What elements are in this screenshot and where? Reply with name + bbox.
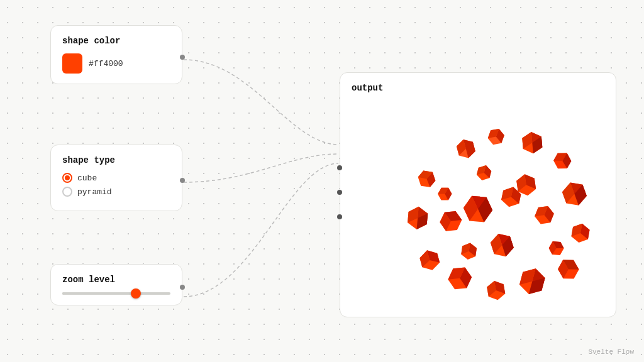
output-title: output [352, 83, 604, 93]
output-input-dot-3 [337, 214, 342, 219]
radio-cube-label: cube [77, 173, 97, 183]
shape-type-node: shape type cube pyramid [50, 145, 182, 211]
color-row: #ff4000 [62, 53, 170, 74]
color-swatch[interactable] [62, 53, 82, 74]
zoom-level-title: zoom level [62, 275, 170, 285]
radio-pyramid-circle [62, 187, 72, 197]
zoom-slider-thumb[interactable] [131, 288, 141, 299]
output-input-dot-2 [337, 190, 342, 195]
output-canvas [352, 101, 604, 305]
color-node-output-dot [180, 55, 185, 60]
shape-color-node: shape color #ff4000 [50, 25, 182, 84]
radio-cube-circle [62, 173, 72, 183]
color-hex-value: #ff4000 [89, 59, 123, 69]
zoom-level-node: zoom level [50, 264, 182, 305]
branding-label: Svelte Flow [588, 348, 634, 356]
radio-pyramid-label: pyramid [77, 187, 112, 197]
shape-type-title: shape type [62, 155, 170, 165]
radio-cube[interactable]: cube [62, 173, 170, 183]
zoom-slider-track[interactable] [62, 292, 170, 295]
zoom-node-output-dot [180, 285, 185, 290]
shape-color-title: shape color [62, 36, 170, 46]
type-node-output-dot [180, 178, 185, 183]
output-node: output [340, 72, 616, 317]
output-input-dot-1 [337, 165, 342, 170]
cubes-svg [352, 101, 604, 305]
zoom-slider-fill [62, 292, 138, 295]
radio-pyramid[interactable]: pyramid [62, 187, 170, 197]
